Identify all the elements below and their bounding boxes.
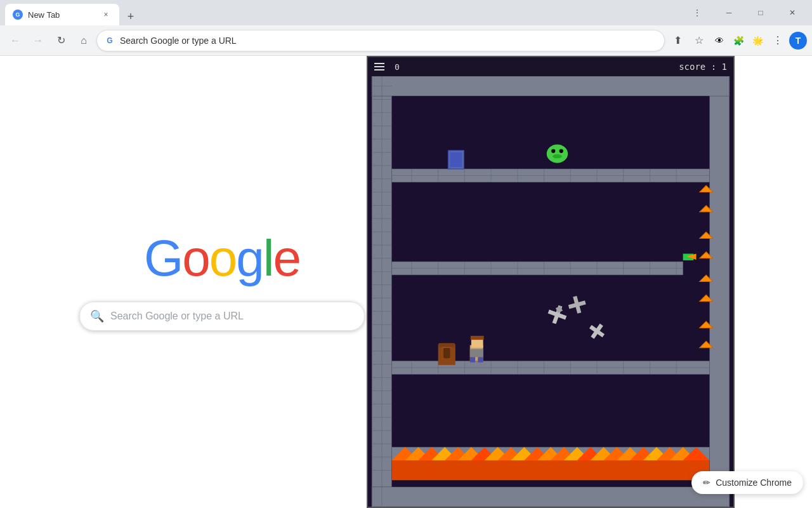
window-minimize-button[interactable]: ─ xyxy=(714,3,743,23)
svg-rect-1 xyxy=(709,76,729,507)
svg-rect-3 xyxy=(372,487,729,507)
google-logo: Google xyxy=(144,233,300,284)
svg-rect-125 xyxy=(450,152,462,167)
game-menu-icon[interactable] xyxy=(374,63,384,70)
game-svg xyxy=(368,76,733,507)
google-logo-o2: o xyxy=(209,230,237,286)
game-lives: 0 xyxy=(395,62,400,72)
share-button[interactable]: ⬆ xyxy=(667,30,688,51)
search-box[interactable]: 🔍 Search Google or type a URL xyxy=(79,302,365,331)
svg-rect-2 xyxy=(372,76,729,96)
svg-point-120 xyxy=(547,144,568,163)
google-logo-e: e xyxy=(273,230,301,286)
svg-rect-76 xyxy=(392,460,710,480)
home-button[interactable]: ⌂ xyxy=(74,30,94,51)
tab-close-button[interactable]: × xyxy=(100,9,112,20)
address-bar[interactable]: G Search Google or type a URL xyxy=(96,30,665,51)
svg-rect-115 xyxy=(478,357,483,362)
customize-chrome-button[interactable]: ✏ Customize Chrome xyxy=(691,471,803,494)
svg-rect-113 xyxy=(470,349,483,358)
new-tab-button[interactable]: + xyxy=(122,8,140,25)
tab-favicon: G xyxy=(13,10,23,20)
title-bar: G New Tab × + ⋮ ─ □ ✕ xyxy=(0,0,812,25)
window-close-button[interactable]: ✕ xyxy=(778,3,807,23)
customize-pencil-icon: ✏ xyxy=(703,478,710,488)
profile-avatar[interactable]: T xyxy=(789,32,807,50)
google-logo-G: G xyxy=(144,230,182,286)
extension-3-button[interactable]: 🌟 xyxy=(749,32,766,50)
svg-rect-112 xyxy=(471,336,484,340)
extension-2-button[interactable]: 🧩 xyxy=(730,32,747,50)
active-tab[interactable]: G New Tab × xyxy=(5,4,119,25)
tab-title: New Tab xyxy=(28,10,95,20)
svg-point-121 xyxy=(551,149,555,153)
svg-point-122 xyxy=(560,149,563,153)
search-icon: 🔍 xyxy=(90,309,104,323)
browser-toolbar: ← → ↻ ⌂ G Search Google or type a URL ⬆ … xyxy=(0,25,812,56)
customize-chrome-label: Customize Chrome xyxy=(716,478,792,488)
google-logo-l: l xyxy=(263,230,273,286)
svg-rect-117 xyxy=(443,348,450,359)
address-text: Search Google or type a URL xyxy=(120,36,657,46)
reload-button[interactable]: ↻ xyxy=(51,30,71,51)
bookmark-button[interactable]: ☆ xyxy=(689,30,709,51)
page-content: Google 🔍 Search Google or type a URL 0 s… xyxy=(0,56,812,508)
tab-strip: G New Tab × + xyxy=(5,0,683,25)
game-overlay[interactable]: 0 score : 1 xyxy=(367,56,735,508)
back-button[interactable]: ← xyxy=(5,30,25,51)
extension-1-button[interactable]: 👁 xyxy=(710,32,728,50)
game-score: score : 1 xyxy=(679,62,727,72)
search-placeholder-text: Search Google or type a URL xyxy=(110,311,244,322)
forward-button[interactable]: → xyxy=(28,30,48,51)
window-controls: ⋮ ─ □ ✕ xyxy=(683,3,807,23)
google-favicon-icon: G xyxy=(105,36,115,46)
window-maximize-button[interactable]: □ xyxy=(746,3,775,23)
chrome-menu-button[interactable]: ⋮ xyxy=(768,30,788,51)
window-list-button[interactable]: ⋮ xyxy=(683,3,712,23)
svg-rect-119 xyxy=(438,343,455,347)
svg-rect-114 xyxy=(470,357,475,362)
game-canvas xyxy=(368,76,733,507)
google-logo-g: g xyxy=(236,230,263,286)
google-logo-o1: o xyxy=(182,230,209,286)
svg-point-123 xyxy=(553,154,562,158)
game-header: 0 score : 1 xyxy=(368,57,733,76)
toolbar-right-buttons: ⬆ ☆ 👁 🧩 🌟 ⋮ ⠿ T xyxy=(667,30,807,51)
